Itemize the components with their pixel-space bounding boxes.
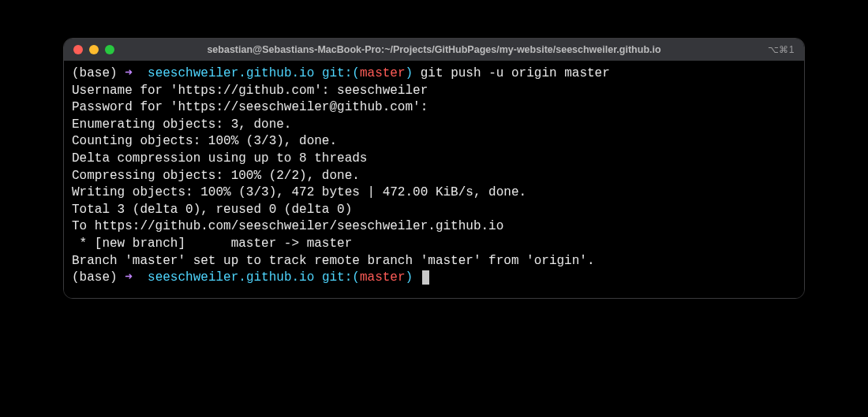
git-branch: master (360, 66, 406, 80)
window-title: sebastian@Sebastians-MacBook-Pro:~/Proje… (64, 44, 804, 55)
prompt-arrow-icon: ➜ (125, 66, 133, 80)
cursor-icon (422, 270, 429, 285)
terminal-body[interactable]: (base) ➜ seeschweiler.github.io git:(mas… (64, 61, 804, 298)
command-text: git push -u origin master (421, 66, 610, 80)
traffic-lights (73, 45, 114, 54)
minimize-icon[interactable] (89, 45, 99, 54)
prompt-line-1: (base) ➜ seeschweiler.github.io git:(mas… (72, 65, 796, 83)
output-line: Branch 'master' set up to track remote b… (72, 253, 796, 270)
cwd: seeschweiler.github.io (148, 66, 314, 80)
paren-close: ) (406, 66, 413, 80)
terminal-window: sebastian@Sebastians-MacBook-Pro:~/Proje… (63, 38, 805, 299)
paren-open: ( (352, 66, 360, 80)
output-line: Counting objects: 100% (3/3), done. (72, 133, 796, 151)
conda-env: (base) (72, 66, 118, 80)
titlebar: sebastian@Sebastians-MacBook-Pro:~/Proje… (64, 39, 804, 61)
output-line: Username for 'https://github.com': seesc… (72, 83, 796, 100)
close-icon[interactable] (73, 45, 83, 54)
output-line: Enumerating objects: 3, done. (72, 117, 796, 134)
output-line: To https://github.com/seeschweiler/seesc… (72, 218, 796, 236)
git-label: git: (322, 66, 352, 80)
output-line: Delta compression using up to 8 threads (72, 151, 796, 168)
paren-close: ) (406, 270, 413, 285)
conda-env: (base) (72, 270, 118, 285)
prompt-arrow-icon: ➜ (125, 270, 133, 285)
zoom-icon[interactable] (105, 45, 114, 54)
cwd: seeschweiler.github.io (148, 270, 314, 285)
output-line: Writing objects: 100% (3/3), 472 bytes |… (72, 184, 796, 202)
git-label: git: (322, 270, 352, 285)
output-line: * [new branch] master -> master (72, 236, 796, 253)
output-line: Compressing objects: 100% (2/2), done. (72, 168, 796, 185)
tab-indicator: ⌥⌘1 (768, 44, 795, 55)
output-line: Total 3 (delta 0), reused 0 (delta 0) (72, 202, 796, 219)
output-line: Password for 'https://seeschweiler@githu… (72, 99, 796, 117)
paren-open: ( (352, 270, 360, 285)
prompt-line-2: (base) ➜ seeschweiler.github.io git:(mas… (72, 270, 796, 287)
git-branch: master (360, 270, 406, 285)
